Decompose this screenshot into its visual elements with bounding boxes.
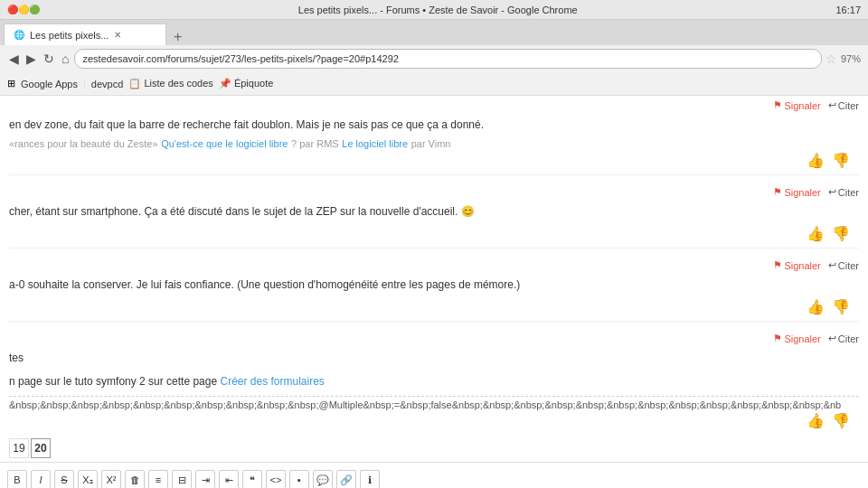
bookmark-epiquote[interactable]: 📌 Épiquote bbox=[219, 78, 273, 89]
page-title: Les petits pixels... - Forums • Zeste de… bbox=[45, 5, 830, 15]
post4-votes: 👍 👎 bbox=[9, 410, 859, 431]
post2-divider bbox=[9, 248, 859, 249]
signaler-button-1[interactable]: ⚑ Signaler bbox=[773, 99, 820, 111]
vote-up-1[interactable]: 👍 bbox=[807, 152, 825, 169]
post-block-1: ⚑ Signaler ↩ Citer en dev zone, du fait … bbox=[0, 96, 868, 183]
post1-divider bbox=[9, 174, 859, 175]
comment-button[interactable]: 💬 bbox=[313, 470, 333, 488]
vote-down-2[interactable]: 👎 bbox=[832, 225, 850, 242]
address-bar: ◀ ▶ ↻ ⌂ zestedesavoir.com/forums/sujet/2… bbox=[0, 45, 868, 72]
post1-signature: «rances pour la beauté du Zeste» Qu'est-… bbox=[9, 136, 859, 150]
pagination: 19 20 bbox=[0, 435, 868, 462]
favicon: 🌐 bbox=[14, 30, 24, 40]
bold-button[interactable]: B bbox=[7, 470, 27, 488]
bookmark-devpcd[interactable]: devpcd bbox=[91, 79, 123, 89]
post4-amp-text: &nbsp;&nbsp;&nbsp;&nbsp;&nbsp;&nbsp;&nbs… bbox=[9, 399, 841, 410]
ordered-list-button[interactable]: ⊟ bbox=[172, 470, 192, 488]
post4-extra: n page sur le tuto symfony 2 sur cette p… bbox=[9, 370, 859, 393]
post4-text: tes bbox=[9, 346, 859, 370]
editor-toolbar: B I S X₂ X² 🗑 ≡ ⊟ ⇥ ⇤ ❝ <> ▪ 💬 🔗 ℹ bbox=[7, 466, 861, 488]
page-content: ⚑ Signaler ↩ Citer en dev zone, du fait … bbox=[0, 96, 868, 488]
url-text: zestedesavoir.com/forums/sujet/273/les-p… bbox=[82, 53, 398, 64]
vote-down-3[interactable]: 👎 bbox=[832, 298, 850, 315]
bookmark-separator: | bbox=[83, 79, 86, 89]
post3-divider bbox=[9, 321, 859, 322]
reload-button[interactable]: ↻ bbox=[42, 52, 56, 66]
post-block-4: ⚑ Signaler ↩ Citer tes n page sur le tut… bbox=[0, 329, 868, 435]
bookmark-liste-codes[interactable]: 📋 Liste des codes bbox=[128, 78, 213, 89]
link-button[interactable]: 🔗 bbox=[336, 470, 356, 488]
citer-button-2[interactable]: ↩ Citer bbox=[828, 186, 859, 198]
strikethrough-button[interactable]: S bbox=[54, 470, 74, 488]
signaler-button-3[interactable]: ⚑ Signaler bbox=[773, 259, 820, 271]
indent-button[interactable]: ⇥ bbox=[195, 470, 215, 488]
block-button[interactable]: ▪ bbox=[289, 470, 309, 488]
post3-actions: ⚑ Signaler ↩ Citer bbox=[9, 258, 859, 273]
post2-votes: 👍 👎 bbox=[9, 223, 859, 244]
vote-down-4[interactable]: 👎 bbox=[832, 412, 850, 429]
sig-link1[interactable]: Qu'est-ce que le logiciel libre bbox=[161, 138, 288, 149]
delete-button[interactable]: 🗑 bbox=[125, 470, 145, 488]
editor-section: B I S X₂ X² 🗑 ≡ ⊟ ⇥ ⇤ ❝ <> ▪ 💬 🔗 ℹ Markd… bbox=[0, 462, 868, 488]
post1-actions: ⚑ Signaler ↩ Citer bbox=[9, 98, 859, 113]
vote-up-4[interactable]: 👍 bbox=[807, 412, 825, 429]
post2-actions: ⚑ Signaler ↩ Citer bbox=[9, 184, 859, 200]
sig-link2[interactable]: Le logiciel libre bbox=[342, 138, 408, 149]
info-button[interactable]: ℹ bbox=[360, 470, 380, 488]
vote-down-1[interactable]: 👎 bbox=[832, 152, 850, 169]
post4-inner-divider bbox=[9, 396, 859, 397]
window-controls: 🔴🟡🟢 bbox=[7, 5, 40, 14]
page-20-button[interactable]: 20 bbox=[31, 438, 51, 458]
post-block-3: ⚑ Signaler ↩ Citer a-0 souhaite la conse… bbox=[0, 256, 868, 329]
vote-up-3[interactable]: 👍 bbox=[807, 298, 825, 315]
citer-button-4[interactable]: ↩ Citer bbox=[828, 333, 859, 344]
signaler-button-2[interactable]: ⚑ Signaler bbox=[773, 186, 820, 198]
post3-text: a-0 souhaite la conserver. Je lui fais c… bbox=[9, 273, 859, 296]
page-19-button[interactable]: 19 bbox=[9, 438, 29, 458]
quote-button[interactable]: ❝ bbox=[242, 470, 262, 488]
active-tab[interactable]: 🌐 Les petits pixels... ✕ bbox=[4, 23, 166, 45]
percent-indicator: 97% bbox=[841, 53, 861, 64]
vote-up-2[interactable]: 👍 bbox=[807, 225, 825, 242]
bookmark-google-apps[interactable]: Google Apps bbox=[21, 79, 78, 89]
title-bar: 🔴🟡🟢 Les petits pixels... - Forums • Zest… bbox=[0, 0, 868, 20]
signaler-button-4[interactable]: ⚑ Signaler bbox=[773, 333, 820, 344]
post2-text: cher, étant sur smartphone. Ça a été dis… bbox=[9, 200, 859, 223]
tab-bar: 🌐 Les petits pixels... ✕ + bbox=[0, 20, 868, 45]
symfony-link[interactable]: Créer des formulaires bbox=[220, 375, 324, 388]
url-input[interactable]: zestedesavoir.com/forums/sujet/273/les-p… bbox=[74, 49, 822, 69]
italic-button[interactable]: I bbox=[31, 470, 51, 488]
code-button[interactable]: <> bbox=[266, 470, 286, 488]
tab-close-button[interactable]: ✕ bbox=[114, 30, 121, 40]
outdent-button[interactable]: ⇤ bbox=[219, 470, 239, 488]
list-button[interactable]: ≡ bbox=[148, 470, 168, 488]
post1-votes: 👍 👎 bbox=[9, 150, 859, 171]
window-icon: 🔴🟡🟢 bbox=[7, 5, 40, 14]
home-button[interactable]: ⌂ bbox=[60, 52, 71, 66]
subscript-button[interactable]: X₂ bbox=[78, 470, 98, 488]
post3-votes: 👍 👎 bbox=[9, 296, 859, 317]
new-tab-button[interactable]: + bbox=[166, 29, 189, 45]
forward-button[interactable]: ▶ bbox=[24, 52, 38, 66]
post4-actions: ⚑ Signaler ↩ Citer bbox=[9, 331, 859, 346]
bookmark-star[interactable]: ☆ bbox=[826, 52, 837, 66]
clock: 16:17 bbox=[835, 5, 861, 15]
superscript-button[interactable]: X² bbox=[101, 470, 121, 488]
citer-button-1[interactable]: ↩ Citer bbox=[828, 99, 859, 111]
tab-title: Les petits pixels... bbox=[30, 30, 108, 41]
citer-button-3[interactable]: ↩ Citer bbox=[828, 259, 859, 271]
bookmarks-bar: ⊞ Google Apps | devpcd 📋 Liste des codes… bbox=[0, 72, 868, 96]
back-button[interactable]: ◀ bbox=[7, 52, 21, 66]
post-block-2: ⚑ Signaler ↩ Citer cher, étant sur smart… bbox=[0, 183, 868, 256]
apps-icon: ⊞ bbox=[7, 78, 15, 89]
post1-text: en dev zone, du fait que la barre de rec… bbox=[9, 113, 859, 136]
